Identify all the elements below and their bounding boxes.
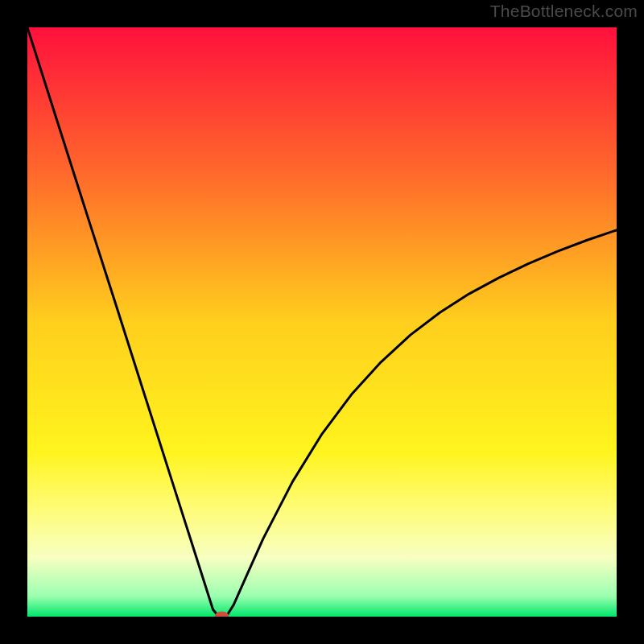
gradient-background xyxy=(27,27,617,617)
watermark-text: TheBottleneck.com xyxy=(490,2,638,21)
bottleneck-chart xyxy=(27,27,617,617)
chart-frame: TheBottleneck.com xyxy=(0,0,644,644)
